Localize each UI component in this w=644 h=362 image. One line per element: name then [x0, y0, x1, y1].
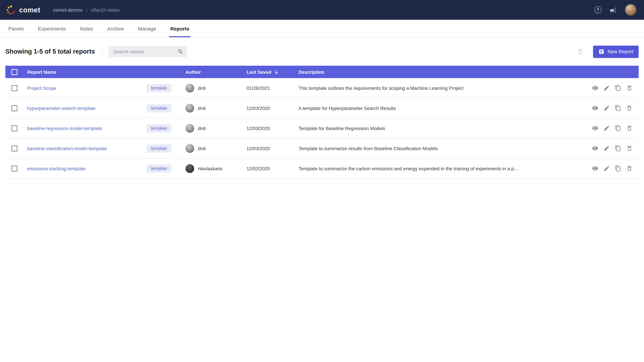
select-all-checkbox[interactable]	[12, 69, 18, 75]
report-description: A template for Hyperparameter Search Res…	[298, 98, 576, 118]
row-checkbox[interactable]	[12, 165, 18, 171]
view-report-button[interactable]	[592, 165, 598, 172]
author-name: nikolaskaris	[198, 166, 222, 171]
tab-panels[interactable]: Panels	[1, 20, 31, 37]
eye-icon	[592, 105, 598, 111]
report-name-link[interactable]: baseline-classification-model-template	[27, 146, 107, 151]
logo-text: comet	[19, 6, 40, 14]
author-name: dn6	[198, 105, 206, 111]
trash-icon	[626, 165, 632, 172]
author-avatar	[186, 84, 194, 92]
tab-experiments[interactable]: Experiments	[31, 20, 73, 37]
template-badge: template	[146, 164, 172, 172]
edit-report-button[interactable]	[604, 165, 610, 172]
copy-icon	[615, 105, 621, 111]
comet-logo[interactable]: comet	[6, 5, 40, 15]
template-badge: template	[146, 104, 172, 112]
report-name-link[interactable]: Project Scope	[27, 85, 56, 91]
duplicate-report-button[interactable]	[615, 105, 621, 111]
eye-icon	[592, 165, 598, 172]
column-header-description: Description	[298, 69, 576, 75]
toolbar-divider	[102, 48, 103, 55]
help-button[interactable]: ?	[594, 6, 602, 13]
report-name-link[interactable]: hyperparameter-search-template	[27, 105, 96, 111]
report-description: Template to summarize results from Basel…	[298, 138, 576, 158]
report-description: Template to summarize the carbon emissio…	[298, 158, 576, 178]
report-name-link[interactable]: emissions-tracking-template	[27, 166, 86, 171]
table-row: hyperparameter-search-template template …	[5, 98, 639, 118]
view-report-button[interactable]	[592, 105, 598, 111]
row-checkbox[interactable]	[12, 105, 18, 111]
user-avatar[interactable]	[625, 4, 636, 16]
topbar-right: ?	[594, 4, 636, 16]
view-report-button[interactable]	[592, 85, 598, 91]
bulk-delete-button[interactable]	[576, 47, 585, 56]
edit-report-button[interactable]	[604, 85, 610, 91]
column-header-author: Author	[186, 69, 246, 75]
comet-logo-icon	[6, 5, 16, 15]
trash-icon	[626, 105, 632, 111]
edit-report-button[interactable]	[604, 145, 610, 151]
trash-icon	[577, 48, 584, 55]
report-description: This template outlines the requirements …	[298, 78, 576, 98]
reports-toolbar: Showing 1-5 of 5 total reports New Repor…	[0, 37, 644, 66]
eye-icon	[592, 125, 598, 131]
copy-icon	[615, 85, 621, 91]
row-checkbox[interactable]	[12, 145, 18, 151]
new-report-label: New Report	[608, 49, 633, 54]
table-header: Report Name Author Last Saved Descriptio…	[5, 66, 639, 78]
last-saved-date: 01/28/2021	[246, 85, 298, 91]
author-avatar	[186, 124, 194, 133]
reports-table: Report Name Author Last Saved Descriptio…	[5, 66, 639, 181]
table-row: baseline-classification-model-template t…	[5, 138, 639, 159]
delete-report-button[interactable]	[626, 85, 632, 91]
breadcrumb-project[interactable]: cifar10-vision	[91, 7, 120, 12]
duplicate-report-button[interactable]	[615, 85, 621, 91]
view-report-button[interactable]	[592, 145, 598, 151]
delete-report-button[interactable]	[626, 165, 632, 172]
report-name-link[interactable]: baseline-regression-model-template	[27, 125, 102, 131]
duplicate-report-button[interactable]	[615, 165, 621, 172]
view-report-button[interactable]	[592, 125, 598, 131]
tab-manage[interactable]: Manage	[131, 20, 163, 37]
last-saved-date: 12/03/2020	[246, 125, 298, 131]
last-saved-date: 12/03/2020	[246, 146, 298, 151]
search-input[interactable]	[113, 49, 178, 55]
author-name: dn6	[198, 146, 206, 151]
edit-report-button[interactable]	[604, 125, 610, 131]
table-row: Project Scope template dn6 01/28/2021 Th…	[5, 78, 639, 98]
author-name: dn6	[198, 85, 206, 91]
duplicate-report-button[interactable]	[615, 145, 621, 151]
announcements-button[interactable]	[610, 6, 617, 13]
delete-report-button[interactable]	[626, 105, 632, 111]
report-description: Template for Baseline Regression Models	[298, 118, 576, 138]
template-badge: template	[146, 84, 172, 92]
new-report-button[interactable]: New Report	[593, 45, 639, 58]
column-header-report-name: Report Name	[27, 69, 146, 75]
edit-report-button[interactable]	[604, 105, 610, 111]
pencil-icon	[604, 85, 610, 91]
last-saved-date: 12/02/2020	[246, 166, 298, 171]
eye-icon	[592, 145, 598, 151]
sort-desc-icon	[274, 69, 279, 75]
delete-report-button[interactable]	[626, 145, 632, 151]
pencil-icon	[604, 145, 610, 151]
report-icon	[598, 49, 604, 55]
column-header-last-saved[interactable]: Last Saved	[246, 69, 298, 75]
duplicate-report-button[interactable]	[615, 125, 621, 131]
trash-icon	[626, 145, 632, 151]
copy-icon	[615, 125, 621, 131]
row-checkbox[interactable]	[12, 125, 18, 131]
announcements-icon	[610, 6, 617, 13]
results-count: Showing 1-5 of 5 total reports	[5, 48, 95, 55]
pencil-icon	[604, 105, 610, 111]
tab-archive[interactable]: Archive	[100, 20, 131, 37]
topbar: comet comet-demos › cifar10-vision ?	[0, 0, 644, 20]
tab-notes[interactable]: Notes	[73, 20, 100, 37]
row-checkbox[interactable]	[12, 85, 18, 91]
delete-report-button[interactable]	[626, 125, 632, 131]
breadcrumb-workspace[interactable]: comet-demos	[53, 7, 83, 12]
tab-reports[interactable]: Reports	[163, 20, 196, 37]
pencil-icon	[604, 165, 610, 172]
search-box	[109, 46, 187, 57]
